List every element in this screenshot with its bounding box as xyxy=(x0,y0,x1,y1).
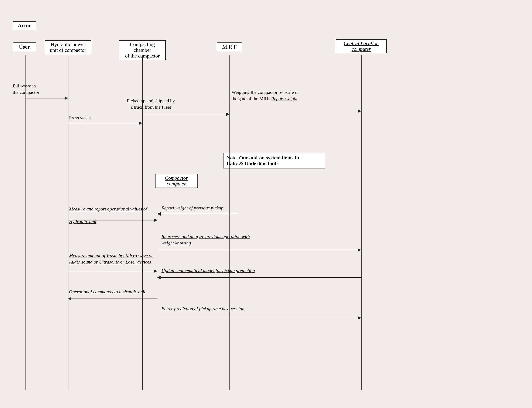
operational-commands-arrow xyxy=(68,297,157,300)
picked-up-arrow xyxy=(142,112,230,116)
reprocess-label: Reprocess and analyze previous operation… xyxy=(161,233,293,246)
picked-up-label: Picked up and shipped bya truck from the… xyxy=(121,98,181,110)
hydraulic-box: Hydraulic powerunit of compactor xyxy=(44,40,91,54)
diagram: Actor User Hydraulic powerunit of compac… xyxy=(0,0,532,408)
update-model-label: Update mathematical model for pickup pre… xyxy=(161,267,293,274)
measure-report-arrow xyxy=(68,219,157,222)
note-box: Note: Our add-on system items inItalic &… xyxy=(223,153,325,169)
mrf-lane-line xyxy=(230,55,230,390)
weighing-label: Weighing the compactor by scale inthe ga… xyxy=(231,89,346,102)
central-box: Central Locationcomputer xyxy=(336,39,387,53)
weighing-arrow xyxy=(230,110,361,113)
fill-waste-label: Fill waste inthe compactor xyxy=(13,83,55,95)
measure-waste-arrow xyxy=(68,270,157,273)
press-waste-arrow xyxy=(68,121,142,125)
user-lane-line xyxy=(26,55,26,390)
fill-waste-arrow xyxy=(26,97,68,100)
update-model-arrow xyxy=(157,276,361,279)
reprocess-arrow xyxy=(157,248,361,252)
report-weight-prev-arrow xyxy=(157,212,238,216)
user-box: User xyxy=(13,42,36,51)
hydraulic-lane-line xyxy=(68,55,68,390)
better-prediction-label: Better prediction of pickup time next se… xyxy=(161,306,293,312)
report-weight-prev-label: Report weight of previous pickup xyxy=(161,205,242,211)
better-prediction-arrow xyxy=(157,316,361,320)
operational-commands-label: Operational commands to hydraulic unit xyxy=(69,289,162,295)
compactor-computer-box: Compactorcomputer xyxy=(155,174,198,188)
mrf-box: M.R.F xyxy=(217,42,242,51)
central-lane-line xyxy=(361,55,362,390)
note-text: Note: Our add-on system items inItalic &… xyxy=(226,155,299,166)
press-waste-label: Press waste xyxy=(69,115,91,121)
measure-waste-label: Measure amount of Waste by: Micro wave o… xyxy=(69,253,162,265)
actor-box: Actor xyxy=(13,21,36,30)
